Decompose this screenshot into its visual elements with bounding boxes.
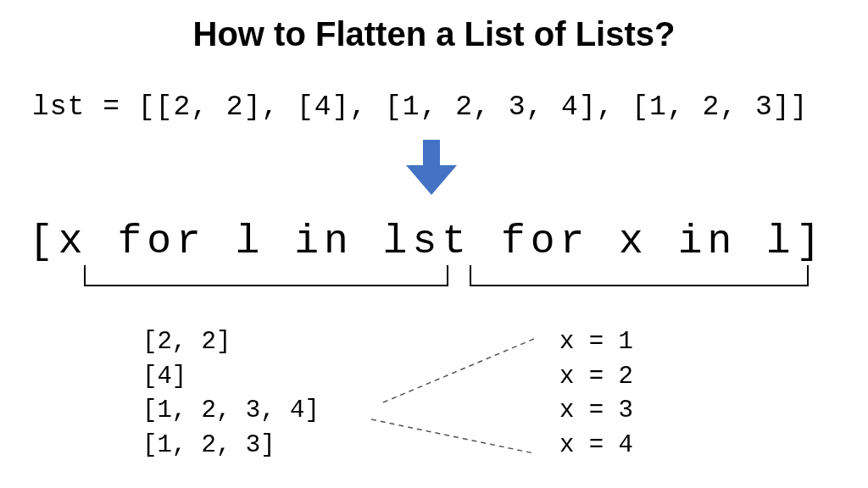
down-arrow-icon: [402, 140, 461, 197]
svg-line-1: [371, 419, 534, 453]
outer-loop-values: [2, 2] [4] [1, 2, 3, 4] [1, 2, 3]: [142, 325, 320, 463]
mapping-lines-icon: [356, 322, 576, 474]
page-title: How to Flatten a List of Lists?: [0, 15, 868, 53]
inner-loop-values: x = 1 x = 2 x = 3 x = 4: [559, 325, 633, 463]
bracket-outer-loop: [84, 265, 448, 286]
code-declaration: lst = [[2, 2], [4], [1, 2, 3, 4], [1, 2,…: [32, 92, 808, 123]
list-comprehension: [x for l in lst for x in l]: [29, 219, 826, 264]
bracket-inner-loop: [470, 265, 809, 286]
svg-line-0: [383, 339, 534, 402]
